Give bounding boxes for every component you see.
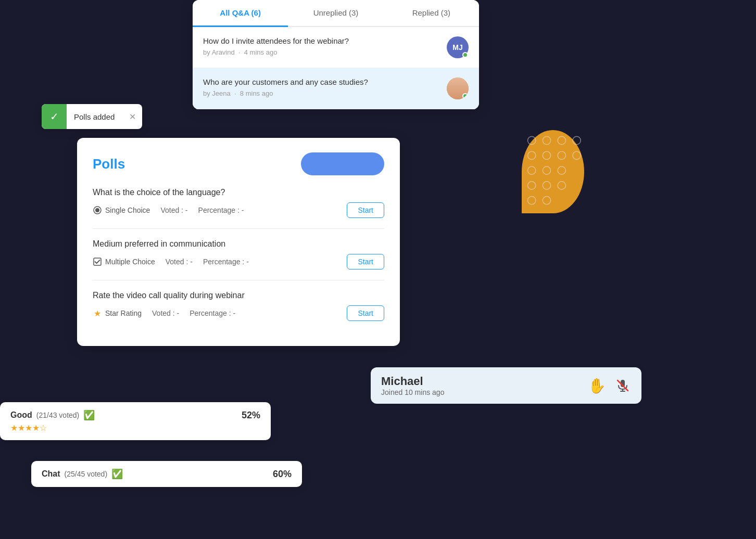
svg-point-10 — [558, 166, 565, 174]
vote-row-good: Good (21/43 voted) ✅ 52% — [10, 409, 260, 421]
qa-question-meta-1: by Aravind · 4 mins ago — [203, 48, 440, 56]
circles-pattern — [522, 130, 584, 213]
poll-voted-1: Voted : - — [160, 206, 187, 214]
online-indicator-2 — [462, 93, 468, 99]
online-indicator — [462, 52, 468, 58]
checkbox-icon — [93, 257, 102, 266]
polls-title: Polls — [93, 156, 125, 172]
vote-count-good: (21/43 voted) — [36, 411, 80, 419]
poll-type-2: Multiple Choice — [93, 257, 155, 266]
tab-all-qa[interactable]: All Q&A (6) — [193, 0, 288, 27]
polls-header: Polls — [93, 152, 384, 175]
poll-meta-1: Single Choice Voted : - Percentage : - S… — [93, 202, 384, 218]
tab-replied[interactable]: Replied (3) — [384, 0, 479, 27]
michael-icons: ✋ — [588, 377, 631, 394]
star-icon: ★ — [93, 309, 102, 318]
vote-check-good: ✅ — [83, 409, 95, 421]
qa-question-content-2: Who are your customers and any case stud… — [203, 78, 440, 97]
qa-question-content-1: How do I invite attendees for the webina… — [203, 36, 440, 56]
tab-unreplied[interactable]: Unreplied (3) — [288, 0, 383, 27]
poll-voted-3: Voted : - — [152, 309, 179, 317]
poll-percentage-1: Percentage : - — [198, 206, 244, 214]
vote-label-good: Good (21/43 voted) ✅ — [10, 409, 95, 421]
vote-count-chat: (25/45 voted) — [65, 470, 108, 478]
poll-start-button-1[interactable]: Start — [347, 202, 384, 218]
svg-point-9 — [543, 166, 550, 174]
michael-meta: Joined 10 mins ago — [381, 388, 579, 396]
qa-question-1[interactable]: How do I invite attendees for the webina… — [193, 27, 479, 68]
svg-point-14 — [528, 197, 536, 204]
qa-question-text-1: How do I invite attendees for the webina… — [203, 36, 440, 45]
svg-point-15 — [543, 197, 550, 204]
decorative-shape — [522, 130, 584, 213]
avatar-jeena — [447, 78, 469, 99]
poll-meta-2: Multiple Choice Voted : - Percentage : -… — [93, 254, 384, 270]
toast-message: Polls added — [67, 112, 123, 121]
svg-point-6 — [558, 151, 565, 159]
poll-question-3: Rate the video call quality during webin… — [93, 291, 384, 300]
qa-question-text-2: Who are your customers and any case stud… — [203, 78, 440, 86]
polls-add-button[interactable] — [301, 152, 384, 175]
mic-muted-icon[interactable] — [614, 377, 631, 394]
svg-point-17 — [95, 208, 99, 212]
svg-point-13 — [558, 182, 565, 189]
svg-point-12 — [543, 182, 550, 189]
michael-name: Michael — [381, 375, 579, 388]
michael-info: Michael Joined 10 mins ago — [381, 375, 579, 396]
poll-meta-3: ★ Star Rating Voted : - Percentage : - S… — [93, 305, 384, 321]
svg-point-8 — [528, 166, 536, 174]
poll-start-button-3[interactable]: Start — [347, 305, 384, 321]
vote-stars-good: ★★★★☆ — [10, 423, 260, 433]
qa-panel: All Q&A (6) Unreplied (3) Replied (3) Ho… — [193, 0, 479, 109]
svg-point-4 — [528, 151, 536, 159]
toast-close-button[interactable]: ✕ — [123, 112, 142, 122]
toast-check-icon: ✓ — [42, 104, 67, 129]
poll-item-3: Rate the video call quality during webin… — [93, 291, 384, 331]
vote-card-good: Good (21/43 voted) ✅ 52% ★★★★☆ — [0, 402, 271, 440]
vote-row-chat: Chat (25/45 voted) ✅ 60% — [42, 468, 292, 480]
michael-notification: Michael Joined 10 mins ago ✋ — [371, 367, 641, 404]
svg-point-3 — [573, 136, 581, 144]
poll-type-1: Single Choice — [93, 206, 150, 215]
poll-item-1: What is the choice of the language? Sing… — [93, 188, 384, 229]
svg-point-5 — [543, 151, 550, 159]
svg-point-2 — [558, 136, 565, 144]
toast-notification: ✓ Polls added ✕ — [42, 104, 142, 129]
avatar-mj: MJ — [447, 36, 469, 58]
radio-icon — [93, 206, 102, 215]
qa-tabs: All Q&A (6) Unreplied (3) Replied (3) — [193, 0, 479, 27]
poll-question-2: Medium preferred in communication — [93, 239, 384, 249]
vote-card-chat: Chat (25/45 voted) ✅ 60% — [31, 461, 302, 487]
raise-hand-icon[interactable]: ✋ — [588, 377, 606, 394]
svg-point-0 — [528, 136, 536, 144]
vote-percent-good: 52% — [242, 410, 260, 421]
vote-label-chat: Chat (25/45 voted) ✅ — [42, 468, 123, 480]
poll-percentage-2: Percentage : - — [203, 258, 249, 266]
qa-question-2[interactable]: Who are your customers and any case stud… — [193, 68, 479, 109]
qa-question-meta-2: by Jeena · 8 mins ago — [203, 89, 440, 97]
svg-point-11 — [528, 182, 536, 189]
polls-panel: Polls What is the choice of the language… — [77, 138, 400, 346]
svg-point-7 — [573, 151, 581, 159]
poll-item-2: Medium preferred in communication Multip… — [93, 239, 384, 280]
vote-percent-chat: 60% — [273, 469, 292, 480]
poll-type-3: ★ Star Rating — [93, 309, 142, 318]
poll-voted-2: Voted : - — [166, 258, 193, 266]
svg-point-1 — [543, 136, 550, 144]
poll-start-button-2[interactable]: Start — [347, 254, 384, 270]
poll-percentage-3: Percentage : - — [190, 309, 235, 317]
poll-question-1: What is the choice of the language? — [93, 188, 384, 197]
vote-check-chat: ✅ — [111, 468, 123, 480]
